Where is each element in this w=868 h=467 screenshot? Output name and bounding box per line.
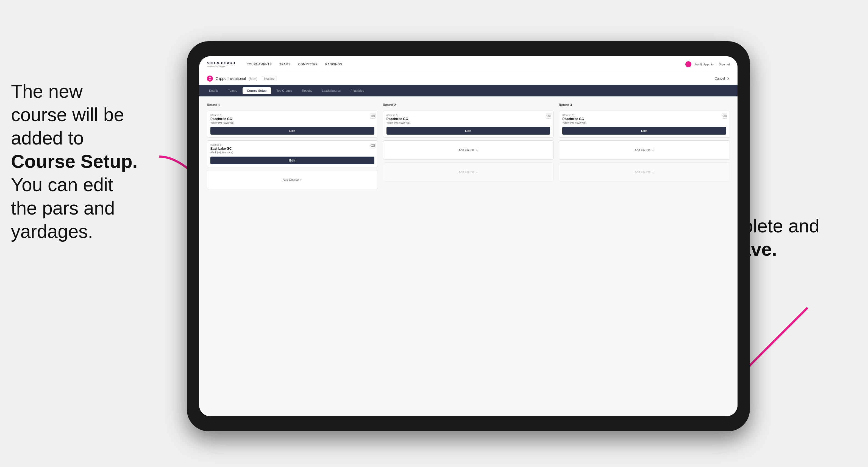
round2-course-a-edit[interactable]: Edit [386, 127, 551, 134]
user-email: blair@clippd.io [693, 63, 713, 66]
round1-course-b-details: Black (M) (6891 yds) [210, 151, 374, 154]
hosting-badge: Hosting [262, 76, 277, 81]
round-1-column: Round 1 ⌫ (Course A) Peachtree GC Yellow… [207, 103, 378, 189]
tab-teams[interactable]: Teams [224, 87, 242, 94]
round1-add-plus: + [300, 178, 302, 182]
round3-add-plus: + [652, 148, 654, 152]
user-avatar [685, 61, 691, 67]
round1-course-a-card: ⌫ (Course A) Peachtree GC Yellow (M) (66… [207, 111, 378, 137]
round-2-title: Round 2 [383, 103, 554, 107]
top-nav: SCOREBOARD Powered by clippd TOURNAMENTS… [199, 56, 738, 72]
round2-add-course-active[interactable]: Add Course + [383, 141, 554, 160]
round2-course-a-label: (Course A) [386, 114, 551, 117]
round2-add-plus: + [476, 148, 478, 152]
round1-course-b-name: East Lake GC [210, 147, 374, 151]
sub-header: C Clippd Invitational (Men) Hosting Canc… [199, 72, 738, 85]
round1-course-a-edit[interactable]: Edit [210, 127, 374, 134]
round2-course-a-delete[interactable]: ⌫ [546, 113, 551, 119]
round1-course-b-delete[interactable]: ⌫ [370, 143, 375, 148]
round2-add-course-disabled-label: Add Course [459, 170, 475, 174]
round-2-column: Round 2 ⌫ (Course A) Peachtree GC Yellow… [383, 103, 554, 189]
tab-tee-groups[interactable]: Tee Groups [272, 87, 297, 94]
brand-sub: Powered by clippd [207, 65, 236, 68]
round1-course-a-name: Peachtree GC [210, 117, 374, 121]
round1-course-b-edit[interactable]: Edit [210, 157, 374, 164]
round3-course-a-edit[interactable]: Edit [562, 127, 726, 134]
top-nav-links: TOURNAMENTS TEAMS COMMITTEE RANKINGS [243, 56, 686, 72]
round-3-column: Round 3 ⌫ (Course A) Peachtree GC Yellow… [559, 103, 730, 189]
round2-add-plus-disabled: + [476, 170, 478, 174]
round3-add-course-label: Add Course [635, 148, 651, 152]
round2-course-a-name: Peachtree GC [386, 117, 551, 121]
top-nav-right: blair@clippd.io | Sign out [685, 61, 730, 67]
round3-course-a-card: ⌫ (Course A) Peachtree GC Yellow (M) (66… [559, 111, 730, 137]
round1-course-b-label: (Course B) [210, 144, 374, 146]
round1-course-b-card: ⌫ (Course B) East Lake GC Black (M) (689… [207, 141, 378, 167]
round3-course-a-label: (Course A) [562, 114, 726, 117]
tab-course-setup[interactable]: Course Setup [243, 87, 271, 94]
round1-add-course-label: Add Course [283, 178, 299, 181]
nav-separator: | [716, 63, 717, 66]
round3-add-course-disabled-label: Add Course [635, 170, 651, 174]
tablet-screen: SCOREBOARD Powered by clippd TOURNAMENTS… [199, 56, 738, 416]
tournament-title: Clippd Invitational (Men) [216, 76, 257, 81]
nav-teams[interactable]: TEAMS [276, 56, 294, 72]
nav-committee[interactable]: COMMITTEE [294, 56, 322, 72]
tab-printables[interactable]: Printables [346, 87, 368, 94]
nav-rankings[interactable]: RANKINGS [321, 56, 346, 72]
tablet-device: SCOREBOARD Powered by clippd TOURNAMENTS… [187, 41, 750, 431]
round3-course-a-details: Yellow (M) (6629 yds) [562, 121, 726, 124]
round2-add-course-disabled: Add Course + [383, 162, 554, 182]
rounds-grid: Round 1 ⌫ (Course A) Peachtree GC Yellow… [207, 103, 730, 189]
round3-add-plus-disabled: + [652, 170, 654, 174]
sign-out-link[interactable]: Sign out [719, 63, 730, 66]
app-logo: C [207, 75, 213, 82]
round1-add-course[interactable]: Add Course + [207, 170, 378, 189]
brand-title: SCOREBOARD [207, 61, 236, 65]
round3-add-course-active[interactable]: Add Course + [559, 141, 730, 160]
round1-course-a-details: Yellow (M) (6629 yds) [210, 121, 374, 124]
round3-add-course-disabled: Add Course + [559, 162, 730, 182]
round1-course-a-delete[interactable]: ⌫ [370, 113, 375, 119]
round3-course-a-name: Peachtree GC [562, 117, 726, 121]
sub-header-right: Cancel ✕ [715, 76, 730, 81]
round-1-title: Round 1 [207, 103, 378, 107]
nav-tournaments[interactable]: TOURNAMENTS [243, 56, 276, 72]
round2-course-a-details: Yellow (M) (6629 yds) [386, 121, 551, 124]
round3-course-a-delete[interactable]: ⌫ [722, 113, 727, 119]
brand: SCOREBOARD Powered by clippd [207, 61, 236, 68]
round-3-title: Round 3 [559, 103, 730, 107]
annotation-left: The new course will be added to Course S… [11, 80, 170, 243]
cancel-label[interactable]: Cancel [715, 76, 725, 81]
tab-leaderboards[interactable]: Leaderboards [317, 87, 345, 94]
round2-course-a-card: ⌫ (Course A) Peachtree GC Yellow (M) (66… [383, 111, 554, 137]
main-content: Round 1 ⌫ (Course A) Peachtree GC Yellow… [199, 96, 738, 416]
round1-course-a-label: (Course A) [210, 114, 374, 117]
tab-details[interactable]: Details [205, 87, 223, 94]
tab-results[interactable]: Results [298, 87, 316, 94]
round2-add-course-label: Add Course [459, 148, 475, 152]
cancel-icon[interactable]: ✕ [726, 76, 730, 81]
tab-bar: Details Teams Course Setup Tee Groups Re… [199, 85, 738, 96]
